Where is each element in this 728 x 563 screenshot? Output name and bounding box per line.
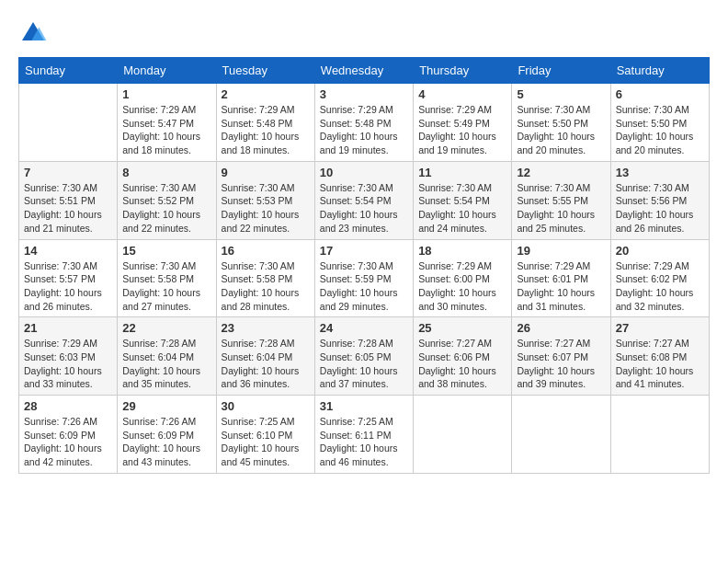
calendar-cell xyxy=(610,396,709,474)
sunset-text: Sunset: 5:54 PM xyxy=(418,194,506,208)
sunrise-text: Sunrise: 7:30 AM xyxy=(616,103,704,117)
sunrise-text: Sunrise: 7:30 AM xyxy=(418,181,506,195)
sunrise-text: Sunrise: 7:27 AM xyxy=(616,337,704,350)
sunrise-text: Sunrise: 7:28 AM xyxy=(122,337,210,350)
sunset-text: Sunset: 5:50 PM xyxy=(616,117,704,131)
sunset-text: Sunset: 5:56 PM xyxy=(616,194,704,208)
sunrise-text: Sunrise: 7:30 AM xyxy=(517,181,605,195)
calendar-cell: 31 Sunrise: 7:25 AM Sunset: 6:11 PM Dayl… xyxy=(314,396,413,474)
calendar-table: SundayMondayTuesdayWednesdayThursdayFrid… xyxy=(18,57,710,474)
daylight-text: Daylight: 10 hours and 20 minutes. xyxy=(517,130,605,156)
day-number: 1 xyxy=(122,87,210,101)
day-number: 5 xyxy=(517,87,605,101)
day-number: 9 xyxy=(222,166,310,179)
sunset-text: Sunset: 5:58 PM xyxy=(122,272,210,286)
calendar-cell: 18 Sunrise: 7:29 AM Sunset: 6:00 PM Dayl… xyxy=(414,239,512,317)
daylight-text: Daylight: 10 hours and 39 minutes. xyxy=(517,364,605,391)
calendar-cell: 20 Sunrise: 7:29 AM Sunset: 6:02 PM Dayl… xyxy=(610,239,709,317)
day-number: 6 xyxy=(616,87,704,101)
daylight-text: Daylight: 10 hours and 18 minutes. xyxy=(222,130,310,156)
calendar-cell: 23 Sunrise: 7:28 AM Sunset: 6:04 PM Dayl… xyxy=(216,317,314,396)
day-info: Sunrise: 7:27 AM Sunset: 6:07 PM Dayligh… xyxy=(517,337,605,391)
calendar-cell: 6 Sunrise: 7:30 AM Sunset: 5:50 PM Dayli… xyxy=(610,84,709,162)
day-number: 31 xyxy=(320,399,408,413)
sunset-text: Sunset: 6:04 PM xyxy=(122,350,210,364)
calendar-cell: 17 Sunrise: 7:30 AM Sunset: 5:59 PM Dayl… xyxy=(314,239,413,317)
sunrise-text: Sunrise: 7:29 AM xyxy=(320,103,408,117)
calendar-week-row: 28 Sunrise: 7:26 AM Sunset: 6:09 PM Dayl… xyxy=(19,396,710,474)
calendar-cell: 2 Sunrise: 7:29 AM Sunset: 5:48 PM Dayli… xyxy=(216,84,314,162)
day-number: 19 xyxy=(517,244,605,258)
day-info: Sunrise: 7:25 AM Sunset: 6:11 PM Dayligh… xyxy=(320,415,408,469)
calendar-cell: 9 Sunrise: 7:30 AM Sunset: 5:53 PM Dayli… xyxy=(216,161,314,239)
sunset-text: Sunset: 5:48 PM xyxy=(222,117,310,131)
calendar-cell: 25 Sunrise: 7:27 AM Sunset: 6:06 PM Dayl… xyxy=(414,317,512,396)
calendar-cell: 29 Sunrise: 7:26 AM Sunset: 6:09 PM Dayl… xyxy=(118,396,216,474)
sunrise-text: Sunrise: 7:28 AM xyxy=(222,337,310,350)
sunset-text: Sunset: 6:09 PM xyxy=(24,429,112,442)
calendar-week-row: 7 Sunrise: 7:30 AM Sunset: 5:51 PM Dayli… xyxy=(19,161,710,239)
daylight-text: Daylight: 10 hours and 23 minutes. xyxy=(320,208,408,235)
daylight-text: Daylight: 10 hours and 37 minutes. xyxy=(320,364,408,391)
calendar-cell: 7 Sunrise: 7:30 AM Sunset: 5:51 PM Dayli… xyxy=(19,161,118,239)
sunset-text: Sunset: 6:11 PM xyxy=(320,429,408,442)
sunrise-text: Sunrise: 7:30 AM xyxy=(320,259,408,273)
day-number: 12 xyxy=(517,166,605,179)
calendar-cell: 14 Sunrise: 7:30 AM Sunset: 5:57 PM Dayl… xyxy=(19,239,118,317)
daylight-text: Daylight: 10 hours and 22 minutes. xyxy=(222,208,310,235)
calendar-cell: 12 Sunrise: 7:30 AM Sunset: 5:55 PM Dayl… xyxy=(512,161,610,239)
sunrise-text: Sunrise: 7:25 AM xyxy=(222,415,310,429)
calendar-cell: 5 Sunrise: 7:30 AM Sunset: 5:50 PM Dayli… xyxy=(512,84,610,162)
day-number: 23 xyxy=(222,321,310,335)
day-number: 29 xyxy=(122,399,210,413)
weekday-header: Tuesday xyxy=(216,58,314,84)
daylight-text: Daylight: 10 hours and 33 minutes. xyxy=(24,364,112,391)
logo-icon xyxy=(18,18,48,48)
day-info: Sunrise: 7:29 AM Sunset: 6:01 PM Dayligh… xyxy=(517,259,605,314)
sunrise-text: Sunrise: 7:29 AM xyxy=(418,259,506,273)
calendar-week-row: 14 Sunrise: 7:30 AM Sunset: 5:57 PM Dayl… xyxy=(19,239,710,317)
day-info: Sunrise: 7:30 AM Sunset: 5:54 PM Dayligh… xyxy=(418,181,506,236)
day-info: Sunrise: 7:27 AM Sunset: 6:08 PM Dayligh… xyxy=(616,337,704,391)
sunrise-text: Sunrise: 7:30 AM xyxy=(24,259,112,273)
sunrise-text: Sunrise: 7:30 AM xyxy=(320,181,408,195)
daylight-text: Daylight: 10 hours and 26 minutes. xyxy=(616,208,704,235)
sunset-text: Sunset: 5:59 PM xyxy=(320,272,408,286)
day-number: 24 xyxy=(320,321,408,335)
sunset-text: Sunset: 5:48 PM xyxy=(320,117,408,131)
day-info: Sunrise: 7:30 AM Sunset: 5:55 PM Dayligh… xyxy=(517,181,605,236)
day-info: Sunrise: 7:29 AM Sunset: 5:48 PM Dayligh… xyxy=(320,103,408,157)
day-info: Sunrise: 7:28 AM Sunset: 6:04 PM Dayligh… xyxy=(122,337,210,391)
day-info: Sunrise: 7:26 AM Sunset: 6:09 PM Dayligh… xyxy=(24,415,112,469)
sunrise-text: Sunrise: 7:29 AM xyxy=(517,259,605,273)
calendar-week-row: 21 Sunrise: 7:29 AM Sunset: 6:03 PM Dayl… xyxy=(19,317,710,396)
calendar-cell: 4 Sunrise: 7:29 AM Sunset: 5:49 PM Dayli… xyxy=(414,84,512,162)
calendar-cell: 10 Sunrise: 7:30 AM Sunset: 5:54 PM Dayl… xyxy=(314,161,413,239)
day-info: Sunrise: 7:30 AM Sunset: 5:51 PM Dayligh… xyxy=(24,181,112,236)
logo xyxy=(18,18,51,48)
sunset-text: Sunset: 6:02 PM xyxy=(616,272,704,286)
daylight-text: Daylight: 10 hours and 42 minutes. xyxy=(24,442,112,468)
day-number: 4 xyxy=(418,87,506,101)
day-number: 22 xyxy=(122,321,210,335)
sunset-text: Sunset: 5:49 PM xyxy=(418,117,506,131)
sunrise-text: Sunrise: 7:29 AM xyxy=(418,103,506,117)
sunset-text: Sunset: 5:54 PM xyxy=(320,194,408,208)
day-number: 17 xyxy=(320,244,408,258)
day-number: 25 xyxy=(418,321,506,335)
sunrise-text: Sunrise: 7:29 AM xyxy=(122,103,210,117)
sunrise-text: Sunrise: 7:25 AM xyxy=(320,415,408,429)
day-number: 30 xyxy=(222,399,310,413)
day-info: Sunrise: 7:27 AM Sunset: 6:06 PM Dayligh… xyxy=(418,337,506,391)
day-number: 13 xyxy=(616,166,704,179)
sunset-text: Sunset: 5:55 PM xyxy=(517,194,605,208)
calendar-cell: 30 Sunrise: 7:25 AM Sunset: 6:10 PM Dayl… xyxy=(216,396,314,474)
weekday-header: Friday xyxy=(512,58,610,84)
day-number: 16 xyxy=(222,244,310,258)
day-number: 10 xyxy=(320,166,408,179)
day-info: Sunrise: 7:26 AM Sunset: 6:09 PM Dayligh… xyxy=(122,415,210,469)
sunrise-text: Sunrise: 7:29 AM xyxy=(616,259,704,273)
sunset-text: Sunset: 6:08 PM xyxy=(616,350,704,364)
daylight-text: Daylight: 10 hours and 30 minutes. xyxy=(418,286,506,313)
day-number: 2 xyxy=(222,87,310,101)
